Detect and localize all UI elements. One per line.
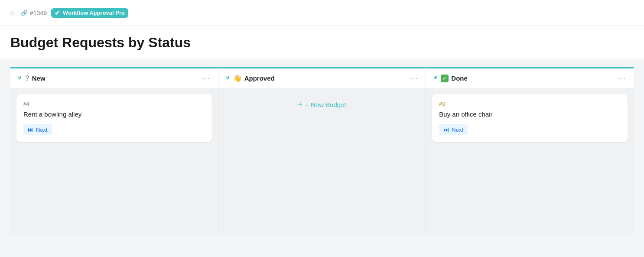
card-4-next-button[interactable]: ⏭ Next xyxy=(23,124,52,135)
app-check-icon: ✔ xyxy=(55,10,60,16)
column-approved-title: Approved xyxy=(244,75,406,82)
column-approved-pin-icon xyxy=(224,75,231,81)
card-4-action-label: Next xyxy=(36,127,48,133)
link-icon: 🔗 xyxy=(21,10,28,16)
star-icon[interactable]: ☆ xyxy=(8,9,16,17)
issue-number: #1349 xyxy=(30,10,47,16)
column-done-menu[interactable]: ··· xyxy=(616,73,628,84)
new-budget-label: + New Budget xyxy=(305,101,346,108)
card-4-title: Rent a bowling alley xyxy=(23,111,205,118)
column-done: ✓ Done ··· #3 Buy an office chair ⏭ Next xyxy=(426,67,634,235)
card-3-action-label: Next xyxy=(452,127,463,133)
card-3: #3 Buy an office chair ⏭ Next xyxy=(432,94,628,142)
card-3-next-button[interactable]: ⏭ Next xyxy=(439,124,468,135)
column-new-body: #4 Rent a bowling alley ⏭ Next xyxy=(10,88,218,235)
column-new: ? New ··· #4 Rent a bowling alley ⏭ Next xyxy=(10,67,218,235)
board: ? New ··· #4 Rent a bowling alley ⏭ Next… xyxy=(0,59,644,244)
top-bar: ☆ 🔗 #1349 ✔ Workflow Approval Pro xyxy=(0,0,644,26)
next-icon: ⏭ xyxy=(28,126,34,133)
card-3-title: Buy an office chair xyxy=(439,111,621,118)
next-icon-2: ⏭ xyxy=(443,126,449,133)
column-done-body: #3 Buy an office chair ⏭ Next xyxy=(426,88,634,235)
column-new-title: New xyxy=(32,75,198,82)
new-budget-button[interactable]: + + New Budget xyxy=(224,94,420,115)
new-budget-plus-icon: + xyxy=(298,100,302,109)
app-badge: ✔ Workflow Approval Pro xyxy=(51,8,128,18)
app-name: Workflow Approval Pro xyxy=(63,10,125,16)
card-4: #4 Rent a bowling alley ⏭ Next xyxy=(16,94,212,142)
column-approved-status-icon: 👋 xyxy=(233,74,242,82)
column-approved: 👋 Approved ··· + + New Budget xyxy=(218,67,426,235)
page-title: Budget Requests by Status xyxy=(10,35,634,51)
column-new-pin-icon xyxy=(16,75,23,81)
column-done-status-icon: ✓ xyxy=(441,75,449,82)
column-new-status-icon: ? xyxy=(25,75,29,82)
column-approved-body: + + New Budget xyxy=(218,88,426,235)
card-4-id: #4 xyxy=(23,101,205,107)
card-3-id: #3 xyxy=(439,101,621,107)
column-done-title: Done xyxy=(451,75,614,82)
issue-reference: 🔗 #1349 xyxy=(21,10,47,16)
column-approved-menu[interactable]: ··· xyxy=(408,73,420,84)
page-header: Budget Requests by Status xyxy=(0,26,644,59)
column-new-header: ? New ··· xyxy=(10,67,218,88)
column-approved-header: 👋 Approved ··· xyxy=(218,67,426,88)
column-new-menu[interactable]: ··· xyxy=(201,73,212,84)
column-done-pin-icon xyxy=(432,75,438,81)
column-done-header: ✓ Done ··· xyxy=(426,67,634,88)
